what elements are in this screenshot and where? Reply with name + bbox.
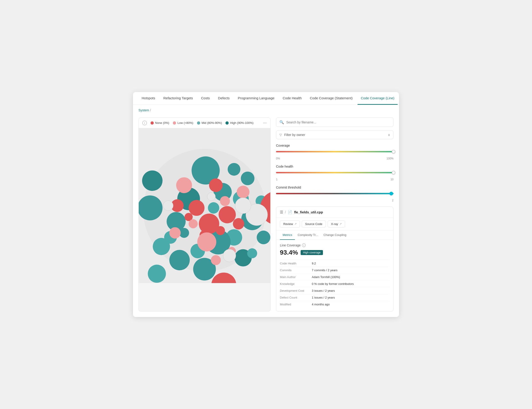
svg-point-27	[219, 206, 236, 223]
metric-val-main-author: Adam Tornhill (100%)	[312, 275, 340, 279]
metric-row-defect-count: Defect Count 1 issues / 2 years	[280, 294, 390, 301]
bubble-svg	[139, 128, 270, 283]
line-coverage-label: Line Coverage i	[280, 243, 390, 247]
code-health-min-label: 1	[276, 178, 278, 181]
legend-high: High (90%-100%)	[225, 121, 253, 125]
back-icon[interactable]: ☰	[280, 210, 283, 214]
svg-point-31	[233, 218, 244, 230]
metric-key-dev-cost: Development Cost	[280, 289, 312, 292]
search-box: 🔍	[276, 118, 393, 127]
coverage-min-label: 0%	[276, 157, 280, 160]
svg-point-45	[223, 249, 236, 262]
tab-metrics[interactable]: Metrics	[280, 231, 295, 240]
chevron-down-icon: ∨	[388, 133, 390, 137]
sliders-section: Coverage 0% 100% Code health	[276, 143, 393, 203]
search-input[interactable]	[286, 121, 390, 124]
nav-item-refactoring[interactable]: Refactoring Targets	[160, 92, 196, 105]
code-health-max-label: 10	[391, 178, 393, 181]
metric-key-knowledge: Knowledge	[280, 282, 312, 286]
metric-val-modified: 4 months ago	[312, 303, 330, 306]
filter-owner-label: Filter by owner	[284, 133, 305, 137]
svg-point-29	[209, 178, 223, 192]
legend-info-icon[interactable]: i	[142, 121, 147, 125]
legend-label-mid: Mid (80%-90%)	[202, 121, 222, 125]
nav-item-code-coverage-statement[interactable]: Code Coverage (Statement)	[307, 92, 356, 105]
file-name: fle_fields_util.cpp	[294, 210, 323, 214]
bubble-canvas	[139, 128, 270, 283]
legend-dot-none	[150, 121, 154, 125]
xray-label: X-ray	[331, 222, 338, 226]
metric-row-knowledge: Knowledge 0 % code by former contributor…	[280, 280, 390, 287]
file-card-header: ☰ / 📄 fle_fields_util.cpp	[276, 207, 393, 218]
xray-button[interactable]: X-ray ↗	[328, 220, 345, 227]
xray-external-icon: ↗	[340, 223, 342, 225]
coverage-slider-thumb[interactable]	[392, 150, 395, 153]
legend-none: None (0%)	[150, 121, 169, 125]
nav-bar: Hotspots Refactoring Targets Costs Defec…	[133, 92, 399, 105]
code-health-slider-title: Code health	[276, 165, 393, 168]
svg-point-48	[211, 273, 236, 283]
svg-point-47	[207, 192, 215, 201]
nav-item-programming-language[interactable]: Programming Language	[234, 92, 278, 105]
review-external-icon: ↗	[294, 223, 297, 225]
legend-mid: Mid (80%-90%)	[197, 121, 222, 125]
svg-point-22	[208, 202, 219, 214]
filter-owner-dropdown[interactable]: ▽ Filter by owner ∨	[276, 130, 393, 139]
legend-label-high: High (90%-100%)	[230, 121, 253, 125]
nav-item-code-health[interactable]: Code Health	[280, 92, 305, 105]
coverage-main: 93.4% High coverage	[280, 249, 390, 256]
code-health-slider-group: Code health 1 10	[276, 165, 393, 181]
metric-row-main-author: Main Author Adam Tornhill (100%)	[280, 273, 390, 280]
svg-point-15	[169, 250, 190, 270]
svg-point-36	[176, 177, 192, 193]
search-icon: 🔍	[280, 120, 284, 124]
file-card: ☰ / 📄 fle_fields_util.cpp Review ↗ Sourc…	[276, 206, 393, 312]
svg-point-20	[148, 265, 166, 283]
svg-point-37	[237, 186, 250, 198]
svg-point-35	[197, 232, 216, 252]
svg-point-24	[247, 248, 257, 258]
tab-change-coupling[interactable]: Change Coupling	[321, 231, 349, 240]
metric-val-knowledge: 0 % code by former contributors	[312, 282, 354, 286]
svg-point-40	[188, 219, 198, 228]
coverage-slider-title: Coverage	[276, 144, 393, 147]
nav-item-costs[interactable]: Costs	[198, 92, 213, 105]
nav-item-code-coverage-line[interactable]: Code Coverage (Line)	[358, 92, 398, 105]
commit-threshold-max-label: 2	[392, 199, 393, 202]
metric-row-commits: Commits 7 commits / 2 years	[280, 267, 390, 273]
legend-bar: i None (0%) Low (<80%) Mid (80%-90%) Hig…	[139, 118, 270, 128]
svg-point-28	[188, 200, 205, 216]
metric-val-defect-count: 1 issues / 2 years	[312, 296, 335, 299]
metric-val-code-health: 9.2	[312, 262, 316, 265]
legend-low: Low (<80%)	[173, 121, 193, 125]
metric-key-code-health: Code Health	[280, 262, 312, 265]
svg-point-42	[211, 255, 221, 265]
legend-dot-mid	[197, 121, 200, 125]
code-health-slider-thumb[interactable]	[392, 171, 395, 175]
filter-icon: ▽	[280, 133, 282, 137]
detail-tabs: Metrics Complexity Tr... Change Coupling	[276, 231, 393, 240]
line-coverage-info-icon[interactable]: i	[302, 243, 306, 247]
metric-key-defect-count: Defect Count	[280, 296, 312, 299]
commit-threshold-range-labels: 2	[276, 199, 393, 202]
review-button[interactable]: Review ↗	[280, 220, 300, 227]
svg-point-33	[216, 226, 225, 235]
metric-key-modified: Modified	[280, 303, 312, 306]
legend-more-button[interactable]: ···	[263, 121, 267, 125]
source-code-button[interactable]: Source Code	[302, 220, 326, 227]
nav-item-hotspots[interactable]: Hotspots	[139, 92, 158, 105]
breadcrumb-item-system[interactable]: System	[139, 108, 149, 112]
coverage-max-label: 100%	[386, 157, 393, 160]
metrics-section: Line Coverage i 93.4% High coverage Code…	[276, 240, 393, 311]
legend-label-low: Low (<80%)	[177, 121, 193, 125]
right-panel: 🔍 ▽ Filter by owner ∨ Coverage	[276, 118, 393, 312]
coverage-range-labels: 0% 100%	[276, 157, 393, 160]
metric-row-dev-cost: Development Cost 3 issues / 2 years	[280, 287, 390, 294]
tab-complexity[interactable]: Complexity Tr...	[295, 231, 321, 240]
coverage-badge: High coverage	[301, 250, 323, 255]
svg-point-46	[163, 201, 173, 211]
filter-owner-left: ▽ Filter by owner	[280, 133, 305, 137]
commit-threshold-slider-thumb[interactable]	[389, 192, 393, 195]
legend-dot-low	[173, 121, 176, 125]
nav-item-defects[interactable]: Defects	[215, 92, 233, 105]
